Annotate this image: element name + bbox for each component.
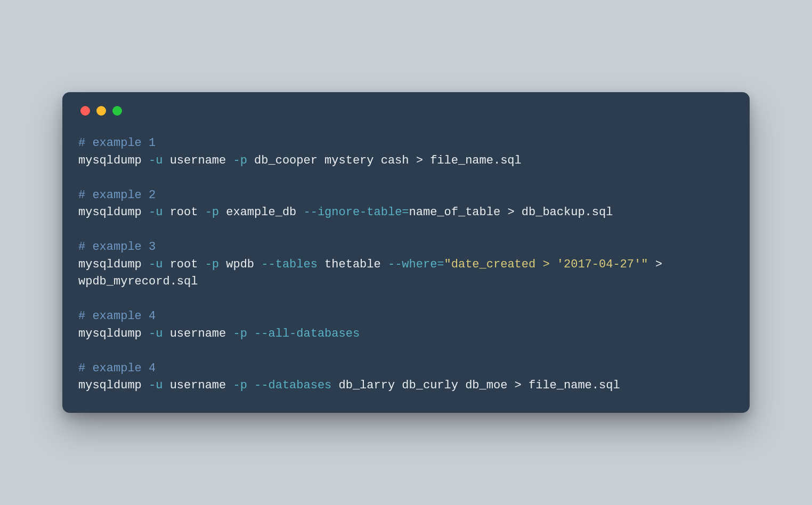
code-token-plain: mysqldump: [78, 154, 149, 167]
code-token-flag: -u: [149, 379, 163, 392]
code-token-plain: mysqldump: [78, 258, 149, 271]
close-icon[interactable]: [80, 106, 90, 116]
code-block: # example 1 mysqldump -u username -p db_…: [78, 135, 734, 395]
window-controls: [78, 106, 734, 116]
code-token-plain: username: [163, 154, 233, 167]
code-token-comment: # example 2: [78, 189, 156, 202]
code-token-flag: --ignore-table=: [304, 206, 409, 219]
code-token-flag: -u: [149, 327, 163, 340]
code-token-plain: [247, 379, 254, 392]
code-token-flag: -p: [233, 327, 247, 340]
code-token-flag: -u: [149, 154, 163, 167]
terminal-window: # example 1 mysqldump -u username -p db_…: [62, 92, 750, 413]
minimize-icon[interactable]: [96, 106, 106, 116]
code-token-string: "date_created > '2017-04-27'": [444, 258, 648, 271]
code-token-plain: db_larry db_curly db_moe > file_name.sql: [331, 379, 620, 392]
code-token-plain: name_of_table > db_backup.sql: [409, 206, 613, 219]
code-token-flag: --where=: [388, 258, 444, 271]
code-token-comment: # example 3: [78, 240, 156, 254]
code-token-comment: # example 4: [78, 362, 156, 375]
code-token-comment: # example 4: [78, 309, 156, 323]
code-token-plain: root: [163, 206, 205, 219]
code-token-flag: -p: [233, 379, 247, 392]
code-token-plain: wpdb: [219, 258, 261, 271]
code-token-plain: mysqldump: [78, 379, 149, 392]
code-token-flag: --all-databases: [254, 327, 360, 340]
code-token-comment: # example 1: [78, 136, 156, 150]
code-token-plain: example_db: [219, 206, 303, 219]
code-token-flag: --tables: [261, 258, 318, 271]
maximize-icon[interactable]: [112, 106, 122, 116]
code-token-plain: db_cooper mystery cash > file_name.sql: [247, 154, 522, 167]
code-token-plain: thetable: [318, 258, 388, 271]
code-token-plain: mysqldump: [78, 206, 149, 219]
code-token-flag: -p: [205, 258, 219, 271]
code-token-flag: -p: [233, 154, 247, 167]
code-token-flag: -p: [205, 206, 219, 219]
code-token-plain: root: [163, 258, 205, 271]
code-token-flag: --databases: [254, 379, 331, 392]
code-token-plain: username: [163, 327, 233, 340]
code-token-flag: -u: [149, 206, 163, 219]
code-token-plain: mysqldump: [78, 327, 149, 340]
code-token-plain: username: [163, 379, 233, 392]
code-token-flag: -u: [149, 258, 163, 271]
code-token-plain: [247, 327, 254, 340]
